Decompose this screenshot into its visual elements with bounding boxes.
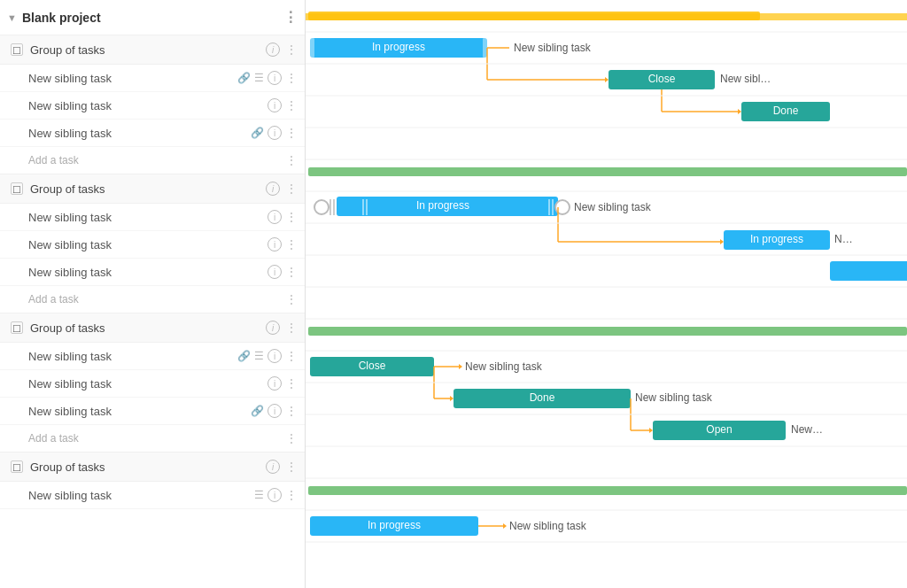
svg-rect-86 — [306, 542, 907, 588]
task-dots-1-2[interactable]: ⋮ — [285, 98, 298, 112]
svg-rect-77 — [306, 446, 907, 478]
task-icons-1-1: 🔗 ☰ — [237, 72, 264, 84]
link-icon-1-3: 🔗 — [251, 127, 264, 139]
task-dots-2-3[interactable]: ⋮ — [285, 265, 298, 279]
group-checkbox-3[interactable]: □ — [11, 321, 23, 334]
add-task-1[interactable]: Add a task ⋮ — [0, 147, 305, 174]
task-info-1-2[interactable]: i — [267, 98, 282, 112]
task-row-3-3: New sibling task 🔗 i ⋮ — [0, 398, 305, 425]
group-dots-2[interactable]: ⋮ — [285, 182, 298, 196]
task-icons-3-3: 🔗 — [251, 405, 264, 417]
svg-rect-53 — [830, 261, 907, 281]
project-title: Blank project — [22, 11, 283, 25]
note-icon-3-1: ☰ — [254, 350, 264, 362]
task-label-1-2: New sibling task — [28, 99, 264, 112]
note-icon-1-1: ☰ — [254, 72, 264, 84]
task-dots-2-2[interactable]: ⋮ — [285, 237, 298, 251]
group-checkbox-4[interactable]: □ — [11, 460, 23, 473]
task-dots-3-1[interactable]: ⋮ — [285, 349, 298, 363]
task-info-3-1[interactable]: i — [267, 349, 282, 363]
task-row-2-3: New sibling task i ⋮ — [0, 259, 305, 286]
add-task-label-2: Add a task — [28, 293, 79, 306]
svg-text:In progress: In progress — [372, 41, 425, 53]
task-label-2-2: New sibling task — [28, 238, 264, 251]
group-dots-3[interactable]: ⋮ — [285, 321, 298, 335]
svg-text:Close: Close — [648, 73, 676, 85]
task-info-1-1[interactable]: i — [267, 71, 282, 85]
group-info-icon-3[interactable]: i — [266, 321, 280, 335]
task-row-2-2: New sibling task i ⋮ — [0, 231, 305, 259]
task-info-3-3[interactable]: i — [267, 404, 282, 418]
task-row-3-1: New sibling task 🔗 ☰ i ⋮ — [0, 343, 305, 370]
svg-rect-52 — [306, 255, 907, 287]
task-dots-3-3[interactable]: ⋮ — [285, 404, 298, 418]
task-row-1-3: New sibling task 🔗 i ⋮ — [0, 120, 305, 147]
add-task-dots-3[interactable]: ⋮ — [285, 431, 298, 445]
add-task-2[interactable]: Add a task ⋮ — [0, 286, 305, 313]
gantt-panel: In progress New sibling task Close New s… — [306, 0, 907, 588]
svg-text:New sibling task: New sibling task — [514, 42, 592, 54]
project-dots-icon[interactable]: ⋮ — [283, 9, 298, 26]
group-dots-1[interactable]: ⋮ — [285, 43, 298, 57]
add-task-label-3: Add a task — [28, 432, 79, 445]
add-task-dots-1[interactable]: ⋮ — [285, 153, 298, 167]
task-info-2-3[interactable]: i — [267, 265, 282, 279]
group-row-3[interactable]: □ Group of tasks i ⋮ — [0, 313, 305, 343]
add-task-label-1: Add a task — [28, 154, 79, 166]
svg-text:Close: Close — [359, 360, 386, 372]
project-header[interactable]: ▼ Blank project ⋮ — [0, 0, 305, 35]
expand-icon: ▼ — [7, 12, 17, 23]
task-label-2-1: New sibling task — [28, 211, 264, 224]
svg-rect-54 — [306, 287, 907, 319]
link-icon-1-1: 🔗 — [237, 72, 251, 84]
group-row-1[interactable]: □ Group of tasks i ⋮ — [0, 35, 305, 65]
task-row-3-2: New sibling task i ⋮ — [0, 370, 305, 398]
task-dots-3-2[interactable]: ⋮ — [285, 376, 298, 391]
task-info-4-1[interactable]: i — [267, 488, 282, 502]
task-label-2-3: New sibling task — [28, 266, 264, 279]
group-checkbox-1[interactable]: □ — [11, 43, 23, 56]
add-task-3[interactable]: Add a task ⋮ — [0, 425, 305, 453]
left-panel: ▼ Blank project ⋮ □ Group of tasks i ⋮ N… — [0, 0, 306, 588]
task-dots-2-1[interactable]: ⋮ — [285, 210, 298, 224]
task-info-3-2[interactable]: i — [267, 376, 282, 391]
task-row-4-1: New sibling task ☰ i ⋮ — [0, 482, 305, 509]
task-info-2-1[interactable]: i — [267, 210, 282, 224]
add-task-dots-2[interactable]: ⋮ — [285, 292, 298, 306]
svg-text:New…: New… — [791, 423, 823, 436]
task-dots-1-1[interactable]: ⋮ — [285, 71, 298, 85]
task-icons-1-3: 🔗 — [251, 127, 264, 139]
task-icons-3-1: 🔗 ☰ — [237, 350, 264, 362]
svg-text:In progress: In progress — [368, 519, 421, 531]
task-row-1-1: New sibling task 🔗 ☰ i ⋮ — [0, 65, 305, 92]
app-container: ▼ Blank project ⋮ □ Group of tasks i ⋮ N… — [0, 0, 907, 588]
task-label-4-1: New sibling task — [28, 489, 254, 502]
svg-text:In progress: In progress — [416, 199, 469, 212]
svg-text:New sibling task: New sibling task — [574, 201, 652, 213]
svg-text:In progress: In progress — [750, 233, 803, 245]
svg-text:Done: Done — [773, 104, 799, 117]
group-row-2[interactable]: □ Group of tasks i ⋮ — [0, 174, 305, 204]
group-info-icon-2[interactable]: i — [266, 182, 280, 196]
svg-rect-9 — [308, 12, 760, 20]
group-label-3: Group of tasks — [30, 321, 266, 335]
svg-text:New sibling task: New sibling task — [635, 391, 713, 404]
task-label-1-3: New sibling task — [28, 127, 251, 140]
svg-rect-13 — [310, 38, 314, 58]
task-label-3-3: New sibling task — [28, 405, 251, 418]
svg-rect-30 — [306, 128, 907, 159]
svg-text:New sibl…: New sibl… — [720, 73, 771, 85]
link-icon-3-3: 🔗 — [251, 405, 264, 417]
task-dots-1-3[interactable]: ⋮ — [285, 126, 298, 140]
task-info-1-3[interactable]: i — [267, 126, 282, 140]
group-row-4[interactable]: □ Group of tasks i ⋮ — [0, 453, 305, 482]
task-label-1-1: New sibling task — [28, 72, 237, 85]
task-info-2-2[interactable]: i — [267, 237, 282, 251]
task-dots-4-1[interactable]: ⋮ — [285, 488, 298, 502]
group-dots-4[interactable]: ⋮ — [285, 460, 298, 474]
task-row-1-2: New sibling task i ⋮ — [0, 92, 305, 120]
group-info-icon-4[interactable]: i — [266, 460, 280, 474]
task-icons-4-1: ☰ — [254, 489, 264, 501]
group-checkbox-2[interactable]: □ — [11, 182, 23, 195]
group-info-icon-1[interactable]: i — [266, 43, 280, 57]
